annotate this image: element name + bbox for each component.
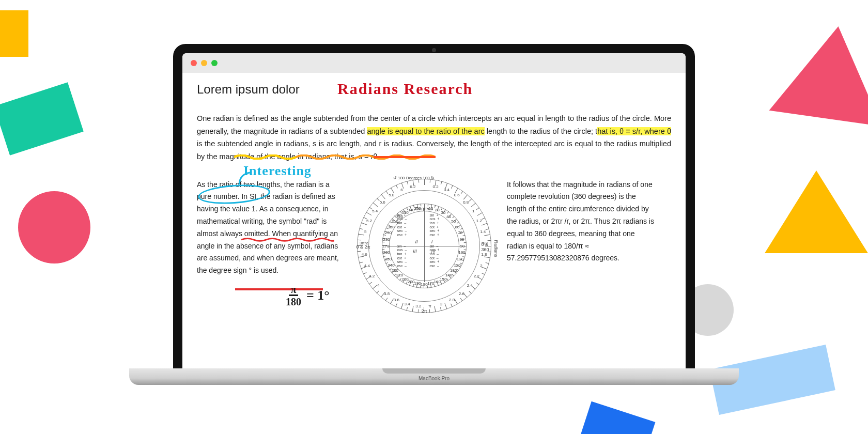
degree-tick-label: 30 <box>441 210 446 215</box>
zero-2pi-label: 0 & 2π <box>356 244 370 250</box>
degree-tick-label: 160 <box>434 280 441 284</box>
radian-tick-label: 6.2 <box>410 184 415 189</box>
radian-tick-label: 4 <box>377 283 379 288</box>
decor-pink-triangle <box>769 19 868 127</box>
degree-tick-label: 60 <box>455 224 460 229</box>
radian-tick-label: 3.8 <box>384 291 390 296</box>
laptop-device: Lorem ipsum dolor Radians Research One r… <box>173 44 695 385</box>
columns: Interesting As the ratio of two lengths,… <box>197 179 671 313</box>
fraction-denominator: 180 <box>286 296 301 307</box>
handwriting-title: Radians Research <box>337 80 473 98</box>
laptop-base: MacBook Pro <box>129 368 739 385</box>
degree-tick-label: 290 <box>385 230 392 235</box>
formula-rhs: = 1° <box>306 288 330 303</box>
window-titlebar <box>182 53 686 73</box>
degree-tick-label: 150 <box>440 276 446 281</box>
camera-dot <box>432 48 436 52</box>
radian-tick-label: 0.2 <box>433 184 439 189</box>
squiggle-underline-icon <box>234 154 436 160</box>
degree-tick-label: 180 <box>421 282 427 286</box>
radian-tick-label: 3.6 <box>394 297 399 302</box>
radian-tick-label: 5 <box>364 229 366 234</box>
degree-tick-label: 300 <box>388 224 394 229</box>
degree-tick-label: 80 <box>459 237 464 241</box>
decor-teal-rect <box>0 82 84 155</box>
degree-tick-label: 200 <box>408 280 414 284</box>
radian-tick-label: 1 <box>472 208 474 213</box>
close-icon[interactable] <box>191 60 197 66</box>
radian-tick-label: π <box>428 304 431 308</box>
trig-signs: sin – cos – tan + cot + sec – csc – <box>397 244 407 268</box>
fraction: π 180 <box>286 284 301 307</box>
left-column: Interesting As the ratio of two lengths,… <box>197 179 342 277</box>
degree-tick-label: 130 <box>450 268 457 273</box>
fraction-numerator: π <box>289 284 299 296</box>
highlight-2: hat is, θ = s/r, where θ <box>597 127 671 135</box>
two-pi-label: 2π <box>421 308 427 314</box>
radian-tick-label: 2 <box>480 263 482 268</box>
radian-tick-label: 0.4 <box>444 187 450 192</box>
degree-tick-label: 20 <box>435 208 440 212</box>
degree-tick-label: 220 <box>396 273 403 277</box>
screen-bezel: Lorem ipsum dolor Radians Research One r… <box>173 44 695 368</box>
decor-yellow-square <box>0 10 28 57</box>
radian-tick-label: 5.8 <box>389 193 394 197</box>
radian-tick-label: 2.2 <box>474 274 479 278</box>
red-squiggle-icon <box>241 238 334 242</box>
radian-tick-label: 4.4 <box>364 263 370 268</box>
handwriting-interesting: Interesting <box>243 163 312 179</box>
para-text: length to the radius of the circle; t <box>485 127 597 135</box>
degree-tick-label: 340 <box>408 208 414 212</box>
right-column-text: It follows that the magnitude in radians… <box>507 179 657 265</box>
trig-signs: sin + cos – tan – cot – sec – csc + <box>397 213 407 237</box>
radian-tick-label: 4.6 <box>362 252 367 257</box>
radian-tick-label: 5.6 <box>380 199 385 204</box>
screen: Lorem ipsum dolor Radians Research One r… <box>182 53 686 368</box>
decor-yellow-triangle <box>765 171 868 253</box>
zero-360-label: 0 & 360 <box>481 242 489 252</box>
radians-label: Radians <box>493 240 499 257</box>
degree-tick-label: 250 <box>385 256 392 261</box>
radian-tick-label: 3 <box>440 301 442 306</box>
radian-tick-label: 5.2 <box>366 218 372 223</box>
degrees-label-top: Degrees <box>415 206 433 211</box>
quadrant-label: III <box>413 249 417 254</box>
decor-deepblue-rect <box>580 401 656 434</box>
radian-tick-label: 1.2 <box>476 218 482 223</box>
degree-tick-label: 40 <box>446 214 451 219</box>
degree-tick-label: 90 <box>460 243 465 248</box>
radian-tick-label: 1.8 <box>481 252 487 257</box>
degree-tick-label: 280 <box>383 237 390 241</box>
radian-tick-label: 2.8 <box>449 297 455 302</box>
maximize-icon[interactable] <box>211 60 218 66</box>
radian-tick-label: 3.2 <box>415 304 421 308</box>
right-column: It follows that the magnitude in radians… <box>507 179 657 265</box>
device-label: MacBook Pro <box>419 376 450 381</box>
trig-signs: sin – cos + tan – cot – sec + csc – <box>430 244 440 268</box>
handwritten-formula: π 180 = 1° <box>286 284 330 307</box>
protractor-diagram: 1020304050607080901001101201301401501601… <box>357 179 491 313</box>
radian-tick-label: 3.4 <box>404 301 410 306</box>
radian-tick-label: 2.4 <box>467 283 473 288</box>
degree-tick-label: 110 <box>457 256 463 261</box>
radian-tick-label: 4.2 <box>369 274 375 278</box>
degree-tick-label: 120 <box>454 262 460 267</box>
trig-signs: sin + cos + tan + cot + sec + csc + <box>430 213 440 237</box>
decor-pink-circle <box>18 191 90 264</box>
degree-tick-label: 230 <box>392 268 398 273</box>
radian-tick-label: 2.6 <box>459 291 464 296</box>
radian-tick-label: 5.4 <box>372 208 378 213</box>
degree-tick-label: 170 <box>427 281 434 286</box>
radian-tick-label: 6 <box>400 187 402 192</box>
degree-tick-label: 190 <box>414 281 421 286</box>
quadrant-label: I <box>431 239 433 244</box>
degree-tick-label: 50 <box>451 219 456 223</box>
radian-tick-label: 0.6 <box>454 193 460 197</box>
quadrant-label: II <box>415 239 417 244</box>
protractor-top-arrows: ↺ 180 Degrees 180 ↻ <box>393 176 435 180</box>
radian-tick-label: 1.4 <box>480 229 486 234</box>
highlight-1: angle is equal to the ratio of the arc <box>367 127 484 135</box>
degree-tick-label: 240 <box>388 262 394 267</box>
degree-tick-label: 70 <box>458 230 462 235</box>
minimize-icon[interactable] <box>201 60 207 66</box>
